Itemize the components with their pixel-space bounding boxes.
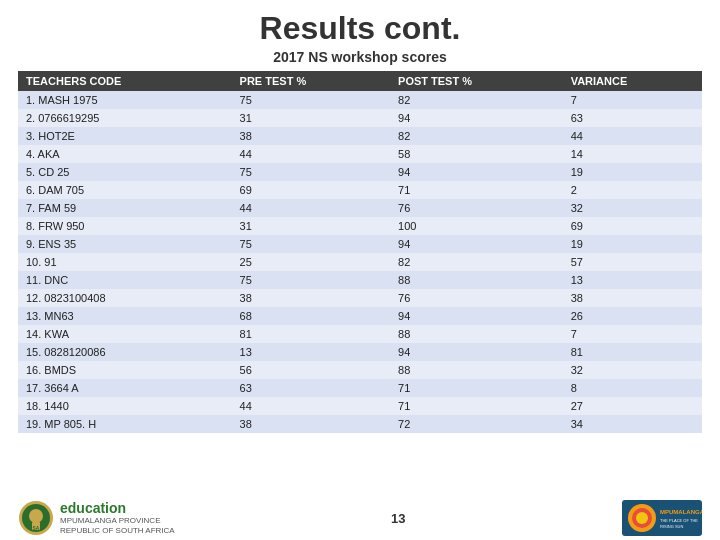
cell-r3-c1: 44 [232,145,390,163]
cell-r10-c1: 75 [232,271,390,289]
footer-edu-label: education [60,500,175,516]
cell-r1-c0: 2. 0766619295 [18,109,232,127]
svg-text:RISING SUN: RISING SUN [660,524,683,529]
cell-r8-c1: 75 [232,235,390,253]
table-row: 8. FRW 9503110069 [18,217,702,235]
col-header-variance: VARIANCE [563,71,702,91]
cell-r2-c1: 38 [232,127,390,145]
scores-table: TEACHERS CODE PRE TEST % POST TEST % VAR… [18,71,702,433]
col-header-post-test: POST TEST % [390,71,563,91]
cell-r10-c0: 11. DNC [18,271,232,289]
table-row: 6. DAM 70569712 [18,181,702,199]
table-row: 14. KWA81887 [18,325,702,343]
cell-r8-c0: 9. ENS 35 [18,235,232,253]
cell-r8-c2: 94 [390,235,563,253]
table-row: 18. 1440447127 [18,397,702,415]
cell-r5-c2: 71 [390,181,563,199]
cell-r11-c2: 76 [390,289,563,307]
cell-r14-c2: 94 [390,343,563,361]
cell-r3-c3: 14 [563,145,702,163]
cell-r6-c3: 32 [563,199,702,217]
sa-coat-of-arms-icon: SA [18,500,54,536]
table-row: 2. 0766619295319463 [18,109,702,127]
cell-r7-c0: 8. FRW 950 [18,217,232,235]
cell-r10-c3: 13 [563,271,702,289]
cell-r17-c2: 71 [390,397,563,415]
table-body: 1. MASH 1975758272. 07666192953194633. H… [18,91,702,433]
cell-r18-c3: 34 [563,415,702,433]
cell-r7-c2: 100 [390,217,563,235]
table-row: 10. 91258257 [18,253,702,271]
cell-r16-c3: 8 [563,379,702,397]
cell-r0-c1: 75 [232,91,390,109]
page: Results cont. 2017 NS workshop scores TE… [0,0,720,540]
cell-r17-c1: 44 [232,397,390,415]
cell-r1-c2: 94 [390,109,563,127]
footer-page-number: 13 [391,511,405,526]
table-row: 11. DNC758813 [18,271,702,289]
cell-r12-c1: 68 [232,307,390,325]
cell-r4-c0: 5. CD 25 [18,163,232,181]
table-header-row: TEACHERS CODE PRE TEST % POST TEST % VAR… [18,71,702,91]
cell-r16-c0: 17. 3664 A [18,379,232,397]
cell-r5-c3: 2 [563,181,702,199]
cell-r12-c3: 26 [563,307,702,325]
table-row: 16. BMDS568832 [18,361,702,379]
cell-r4-c2: 94 [390,163,563,181]
cell-r9-c2: 82 [390,253,563,271]
cell-r13-c3: 7 [563,325,702,343]
cell-r14-c1: 13 [232,343,390,361]
cell-r0-c2: 82 [390,91,563,109]
table-row: 4. AKA445814 [18,145,702,163]
svg-text:THE PLACE OF THE: THE PLACE OF THE [660,518,698,523]
table-row: 9. ENS 35759419 [18,235,702,253]
page-subtitle: 2017 NS workshop scores [0,49,720,71]
cell-r2-c0: 3. HOT2E [18,127,232,145]
cell-r7-c1: 31 [232,217,390,235]
page-title: Results cont. [0,0,720,49]
cell-r2-c2: 82 [390,127,563,145]
svg-point-8 [636,512,648,524]
cell-r18-c1: 38 [232,415,390,433]
cell-r13-c2: 88 [390,325,563,343]
cell-r2-c3: 44 [563,127,702,145]
cell-r10-c2: 88 [390,271,563,289]
cell-r17-c0: 18. 1440 [18,397,232,415]
svg-point-2 [29,509,43,523]
table-row: 19. MP 805. H387234 [18,415,702,433]
footer-province: MPUMALANGA PROVINCE [60,516,175,526]
col-header-teachers-code: TEACHERS CODE [18,71,232,91]
cell-r9-c1: 25 [232,253,390,271]
footer-right: MPUMALANGA THE PLACE OF THE RISING SUN [622,500,702,536]
cell-r15-c1: 56 [232,361,390,379]
cell-r12-c0: 13. MN63 [18,307,232,325]
cell-r5-c1: 69 [232,181,390,199]
table-row: 17. 3664 A63718 [18,379,702,397]
cell-r1-c1: 31 [232,109,390,127]
svg-text:MPUMALANGA: MPUMALANGA [660,509,702,515]
table-row: 5. CD 25759419 [18,163,702,181]
cell-r13-c0: 14. KWA [18,325,232,343]
cell-r18-c0: 19. MP 805. H [18,415,232,433]
footer: SA education MPUMALANGA PROVINCE REPUBLI… [0,496,720,540]
cell-r4-c3: 19 [563,163,702,181]
cell-r0-c0: 1. MASH 1975 [18,91,232,109]
cell-r6-c1: 44 [232,199,390,217]
cell-r3-c0: 4. AKA [18,145,232,163]
footer-republic: REPUBLIC OF SOUTH AFRICA [60,526,175,536]
cell-r4-c1: 75 [232,163,390,181]
cell-r14-c3: 81 [563,343,702,361]
cell-r14-c0: 15. 0828120086 [18,343,232,361]
footer-left: SA education MPUMALANGA PROVINCE REPUBLI… [18,500,175,536]
cell-r1-c3: 63 [563,109,702,127]
cell-r7-c3: 69 [563,217,702,235]
cell-r5-c0: 6. DAM 705 [18,181,232,199]
cell-r15-c0: 16. BMDS [18,361,232,379]
table-row: 3. HOT2E388244 [18,127,702,145]
mpumalanga-logo-icon: MPUMALANGA THE PLACE OF THE RISING SUN [622,500,702,536]
cell-r8-c3: 19 [563,235,702,253]
cell-r11-c1: 38 [232,289,390,307]
cell-r16-c1: 63 [232,379,390,397]
table-row: 1. MASH 197575827 [18,91,702,109]
cell-r6-c2: 76 [390,199,563,217]
